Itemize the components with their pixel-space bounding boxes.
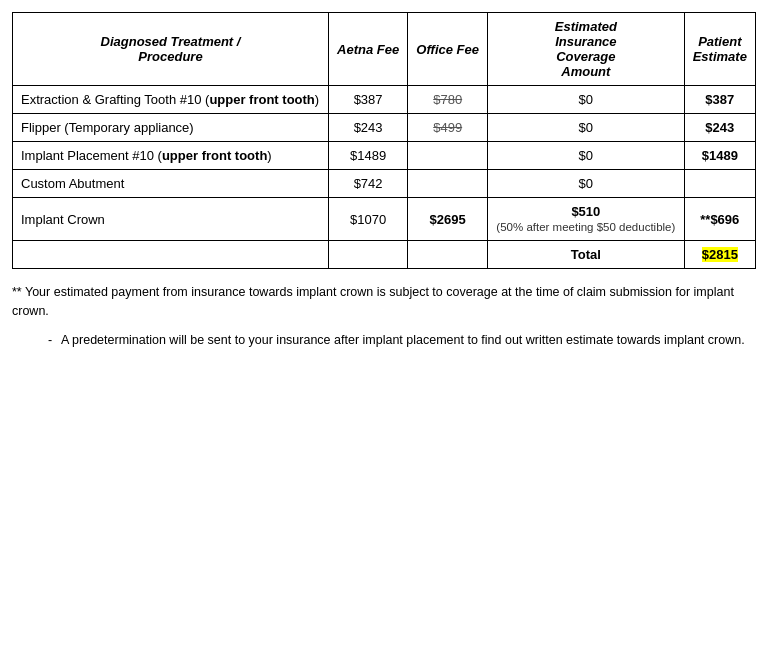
office-fee-cell: $2695 (408, 198, 488, 241)
header-office-fee: Office Fee (408, 13, 488, 86)
patient-estimate-cell: **$696 (684, 198, 755, 241)
footnote-text: ** Your estimated payment from insurance… (12, 283, 756, 321)
procedure-cell: Custom Abutment (13, 170, 329, 198)
total-row: Total $2815 (13, 241, 756, 269)
table-row: Implant Crown $1070 $2695 $510 (50% afte… (13, 198, 756, 241)
patient-estimate-cell (684, 170, 755, 198)
aetna-fee-cell: $387 (328, 86, 407, 114)
patient-estimate-cell: $243 (684, 114, 755, 142)
total-empty-2 (328, 241, 407, 269)
total-value: $2815 (684, 241, 755, 269)
insurance-coverage-cell: $0 (488, 170, 685, 198)
insurance-coverage-cell: $510 (50% after meeting $50 deductible) (488, 198, 685, 241)
total-empty-1 (13, 241, 329, 269)
office-fee-cell: $499 (408, 114, 488, 142)
total-label: Total (488, 241, 685, 269)
total-empty-3 (408, 241, 488, 269)
procedure-cell: Flipper (Temporary appliance) (13, 114, 329, 142)
insurance-coverage-cell: $0 (488, 114, 685, 142)
header-aetna-fee: Aetna Fee (328, 13, 407, 86)
office-fee-cell (408, 170, 488, 198)
patient-estimate-cell: $387 (684, 86, 755, 114)
table-row: Custom Abutment $742 $0 (13, 170, 756, 198)
procedure-cell: Extraction & Grafting Tooth #10 (upper f… (13, 86, 329, 114)
table-row: Implant Placement #10 (upper front tooth… (13, 142, 756, 170)
office-fee-cell (408, 142, 488, 170)
aetna-fee-cell: $243 (328, 114, 407, 142)
patient-estimate-cell: $1489 (684, 142, 755, 170)
aetna-fee-cell: $1070 (328, 198, 407, 241)
header-patient-estimate: PatientEstimate (684, 13, 755, 86)
office-fee-cell: $780 (408, 86, 488, 114)
header-procedure: Diagnosed Treatment /Procedure (13, 13, 329, 86)
procedure-cell: Implant Crown (13, 198, 329, 241)
aetna-fee-cell: $1489 (328, 142, 407, 170)
table-row: Flipper (Temporary appliance) $243 $499 … (13, 114, 756, 142)
bullet-note: - A predetermination will be sent to you… (48, 331, 756, 350)
insurance-coverage-cell: $0 (488, 86, 685, 114)
table-row: Extraction & Grafting Tooth #10 (upper f… (13, 86, 756, 114)
insurance-coverage-cell: $0 (488, 142, 685, 170)
aetna-fee-cell: $742 (328, 170, 407, 198)
estimate-table: Diagnosed Treatment /Procedure Aetna Fee… (12, 12, 756, 269)
header-insurance-coverage: EstimatedInsuranceCoverageAmount (488, 13, 685, 86)
procedure-cell: Implant Placement #10 (upper front tooth… (13, 142, 329, 170)
